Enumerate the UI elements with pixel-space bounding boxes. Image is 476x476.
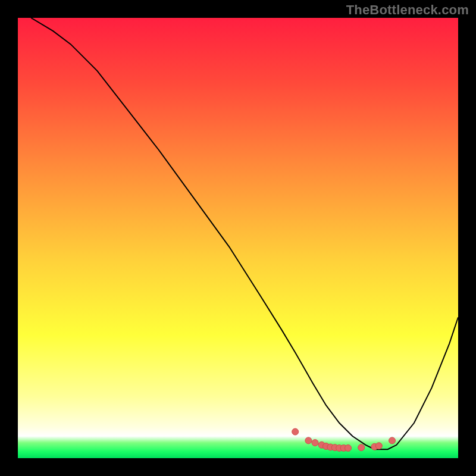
marker-dot — [345, 445, 352, 452]
marker-dot — [375, 443, 382, 449]
attribution-label: TheBottleneck.com — [346, 2, 469, 18]
marker-dot — [312, 440, 318, 446]
chart-frame: TheBottleneck.com — [0, 0, 476, 476]
marker-dot — [358, 444, 365, 451]
gradient-background — [18, 18, 458, 458]
marker-dot — [389, 437, 396, 444]
gradient-plot — [18, 18, 458, 458]
marker-dot — [305, 437, 312, 444]
marker-dot — [292, 428, 299, 435]
